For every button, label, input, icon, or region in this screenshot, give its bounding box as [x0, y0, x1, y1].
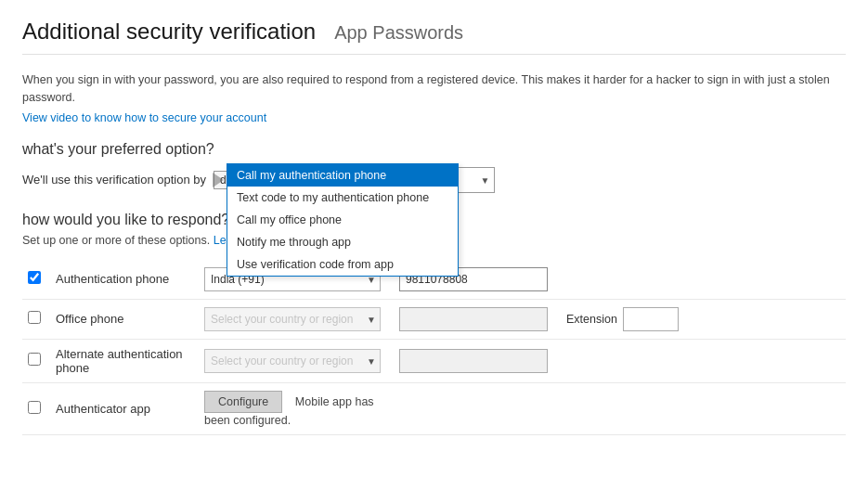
alt-auth-phone-label: Alternate authentication phone [56, 347, 183, 375]
page-header: Additional security verification App Pas… [22, 19, 846, 55]
extension-label: Extension [566, 313, 617, 326]
learn-video-link[interactable]: View video to know how to secure your ac… [22, 111, 266, 124]
dropdown-item-notify-app[interactable]: Notify me through app [227, 231, 458, 253]
dropdown-item-text-auth[interactable]: Text code to my authentication phone [227, 187, 458, 209]
auth-phone-checkbox[interactable] [28, 271, 41, 284]
alt-auth-phone-checkbox[interactable] [28, 353, 41, 366]
page-subtitle: App Passwords [334, 22, 463, 44]
extension-row: Extension [566, 307, 840, 331]
preferred-option-row: We'll use this verification option by de… [22, 167, 846, 193]
arrow-indicator [213, 173, 224, 187]
auth-phone-label: Authentication phone [56, 272, 169, 286]
dropdown-menu: Call my authentication phone Text code t… [227, 163, 459, 277]
alt-phone-input[interactable] [399, 349, 548, 373]
table-row: Authenticator app Configure Mobile app h… [22, 382, 846, 434]
authenticator-app-checkbox[interactable] [28, 401, 41, 414]
office-phone-input[interactable] [399, 307, 548, 331]
preferred-label-text: We'll use this verification option by [22, 173, 206, 187]
authenticator-app-label: Authenticator app [56, 402, 150, 416]
dropdown-item-verification-code[interactable]: Use verification code from app [227, 253, 458, 276]
configure-button[interactable]: Configure [204, 391, 282, 413]
intro-description: When you sign in with your password, you… [22, 71, 846, 107]
office-phone-checkbox[interactable] [28, 311, 41, 324]
options-table: Authentication phone India (+91) ▼ Offic [22, 260, 846, 435]
dropdown-item-call-office[interactable]: Call my office phone [227, 209, 458, 231]
preferred-section-title: what's your preferred option? [22, 141, 846, 158]
alt-phone-country-wrapper: Select your country or region ▼ [204, 349, 381, 373]
extension-input[interactable] [623, 307, 679, 331]
dropdown-item-call-auth[interactable]: Call my authentication phone [227, 164, 458, 187]
table-row: Alternate authentication phone Select yo… [22, 339, 846, 382]
office-phone-country-select[interactable]: Select your country or region [204, 307, 381, 331]
page-title: Additional security verification [22, 19, 316, 45]
table-row: Office phone Select your country or regi… [22, 299, 846, 339]
office-phone-label: Office phone [56, 312, 123, 326]
office-phone-country-wrapper: Select your country or region ▼ [204, 307, 381, 331]
alt-phone-country-select[interactable]: Select your country or region [204, 349, 381, 373]
